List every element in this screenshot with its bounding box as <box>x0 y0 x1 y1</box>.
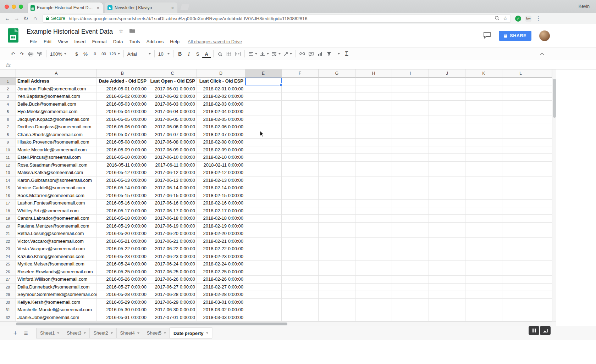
cell-I15[interactable] <box>392 184 429 192</box>
cell-B14[interactable]: 2016-05-13 0:00:00 <box>97 177 148 185</box>
row-header-2[interactable]: 2 <box>0 85 16 93</box>
cell-E7[interactable] <box>245 123 282 131</box>
cell-B29[interactable]: 2016-05-28 0:00:00 <box>97 291 148 299</box>
cell-C4[interactable]: 2017-06-03 0:00:00 <box>148 101 197 108</box>
cell-A28[interactable]: Dalia.Dunneback@someemail.com <box>16 284 97 291</box>
cell-L31[interactable] <box>502 306 539 314</box>
cell-L5[interactable] <box>502 108 539 116</box>
insert-link-button[interactable] <box>298 50 307 58</box>
cell-C22[interactable]: 2017-06-21 0:00:00 <box>148 238 197 246</box>
cell-H25[interactable] <box>355 261 392 268</box>
cell-F5[interactable] <box>282 108 319 116</box>
cell-G8[interactable] <box>319 131 355 139</box>
cell-F11[interactable] <box>282 154 319 162</box>
cell-B25[interactable]: 2016-05-24 0:00:00 <box>97 261 148 268</box>
italic-button[interactable]: I <box>184 50 193 58</box>
cell-L26[interactable] <box>502 268 539 276</box>
horizontal-align-select[interactable] <box>247 50 259 58</box>
horizontal-scrollbar[interactable] <box>0 321 556 326</box>
cell-H30[interactable] <box>355 299 392 307</box>
cell-I13[interactable] <box>392 169 429 177</box>
cell-G10[interactable] <box>319 146 355 154</box>
cell-K6[interactable] <box>465 116 502 124</box>
share-button[interactable]: SHARE <box>499 31 531 41</box>
cell-J1[interactable] <box>429 78 465 85</box>
cell-D21[interactable]: 2018-02-20 0:00:00 <box>197 230 245 238</box>
cell-C10[interactable]: 2017-06-09 0:00:00 <box>148 146 197 154</box>
cell-B9[interactable]: 2016-05-08 0:00:00 <box>97 139 148 146</box>
cell-B27[interactable]: 2016-05-26 0:00:00 <box>97 276 148 284</box>
menu-help[interactable]: Help <box>167 38 183 45</box>
cell-A2[interactable]: Jonathon.Fluke@someemail.com <box>16 85 97 93</box>
cell-B26[interactable]: 2016-05-25 0:00:00 <box>97 268 148 276</box>
cell-D10[interactable]: 2018-02-09 0:00:00 <box>197 146 245 154</box>
cell-L27[interactable] <box>502 276 539 284</box>
cell-C25[interactable]: 2017-06-24 0:00:00 <box>148 261 197 268</box>
cell-E6[interactable] <box>245 116 282 124</box>
close-tab-icon[interactable]: × <box>96 5 100 11</box>
cell-B5[interactable]: 2016-05-04 0:00:00 <box>97 108 148 116</box>
cell-D29[interactable]: 2018-02-28 0:00:00 <box>197 291 245 299</box>
sheets-logo[interactable] <box>8 28 18 43</box>
cell-L29[interactable] <box>502 291 539 299</box>
cell-J8[interactable] <box>429 131 465 139</box>
zoom-indicator-icon[interactable] <box>495 16 500 22</box>
cell-D8[interactable]: 2018-02-07 0:00:00 <box>197 131 245 139</box>
cell-I20[interactable] <box>392 223 429 230</box>
cell-C8[interactable]: 2017-06-07 0:00:00 <box>148 131 197 139</box>
cell-G7[interactable] <box>319 123 355 131</box>
cell-J3[interactable] <box>429 93 465 101</box>
cell-G5[interactable] <box>319 108 355 116</box>
cell-C27[interactable]: 2017-06-26 0:00:00 <box>148 276 197 284</box>
cell-H5[interactable] <box>355 108 392 116</box>
row-header-20[interactable]: 20 <box>0 223 16 230</box>
cell-H6[interactable] <box>355 116 392 124</box>
row-header-29[interactable]: 29 <box>0 291 16 299</box>
cell-E5[interactable] <box>245 108 282 116</box>
cell-H8[interactable] <box>355 131 392 139</box>
forward-button[interactable]: → <box>12 15 21 22</box>
cell-B7[interactable]: 2016-05-06 0:00:00 <box>97 123 148 131</box>
cell-I18[interactable] <box>392 207 429 215</box>
cell-A22[interactable]: Victor.Vaccaro@someemail.com <box>16 238 97 246</box>
cell-B30[interactable]: 2016-05-29 0:00:00 <box>97 299 148 307</box>
cell-F31[interactable] <box>282 306 319 314</box>
row-header-8[interactable]: 8 <box>0 131 16 139</box>
cell-D14[interactable]: 2018-02-13 0:00:00 <box>197 177 245 185</box>
cell-K10[interactable] <box>465 146 502 154</box>
cell-K16[interactable] <box>465 192 502 200</box>
cell-E1[interactable] <box>245 78 282 85</box>
font-select[interactable]: Arial <box>126 50 152 58</box>
column-header-A[interactable]: A <box>16 69 97 78</box>
cell-L3[interactable] <box>502 93 539 101</box>
cell-B31[interactable]: 2016-05-30 0:00:00 <box>97 306 148 314</box>
cell-A27[interactable]: Winford.Willison@someemail.com <box>16 276 97 284</box>
cell-G17[interactable] <box>319 200 355 207</box>
cell-C13[interactable]: 2017-06-12 0:00:00 <box>148 169 197 177</box>
cell-L24[interactable] <box>502 253 539 261</box>
cell-L4[interactable] <box>502 101 539 108</box>
cell-F14[interactable] <box>282 177 319 185</box>
cell-L28[interactable] <box>502 284 539 291</box>
cell-C1[interactable]: Last Open - Old ESP <box>148 78 197 85</box>
cell-I29[interactable] <box>392 291 429 299</box>
cell-A11[interactable]: Estell.Pincus@someemail.com <box>16 154 97 162</box>
cell-K28[interactable] <box>465 284 502 291</box>
cell-K21[interactable] <box>465 230 502 238</box>
cell-B11[interactable]: 2016-05-10 0:00:00 <box>97 154 148 162</box>
cell-K26[interactable] <box>465 268 502 276</box>
column-header-F[interactable]: F <box>282 69 319 78</box>
cell-F19[interactable] <box>282 215 319 223</box>
cell-I4[interactable] <box>392 101 429 108</box>
row-header-10[interactable]: 10 <box>0 146 16 154</box>
cell-G3[interactable] <box>319 93 355 101</box>
cell-L23[interactable] <box>502 245 539 253</box>
cell-B24[interactable]: 2016-05-23 0:00:00 <box>97 253 148 261</box>
cell-L2[interactable] <box>502 85 539 93</box>
cell-K27[interactable] <box>465 276 502 284</box>
cell-I31[interactable] <box>392 306 429 314</box>
cell-H29[interactable] <box>355 291 392 299</box>
cell-A15[interactable]: Venice.Caddell@someemail.com <box>16 184 97 192</box>
column-header-G[interactable]: G <box>319 69 355 78</box>
text-rotation-select[interactable] <box>282 50 293 58</box>
